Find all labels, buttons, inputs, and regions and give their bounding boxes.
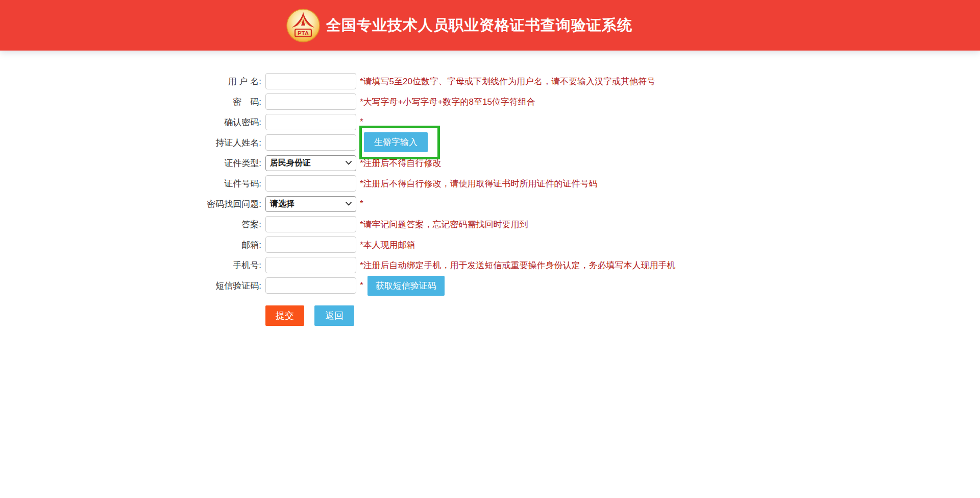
id-type-select[interactable]: 居民身份证 [265,155,356,171]
sms-code-label: 短信验证码: [0,280,261,292]
form-row-email: 邮箱: *本人现用邮箱 [0,234,980,255]
username-hint: *请填写5至20位数字、字母或下划线作为用户名，请不要输入汉字或其他符号 [360,76,655,87]
header-content: PTA 全国专业技术人员职业资格证书查询验证系统 [286,9,632,42]
id-type-label: 证件类型: [0,157,261,169]
get-sms-code-button[interactable]: 获取短信验证码 [368,276,445,296]
back-button[interactable]: 返回 [314,305,354,326]
form-row-password: 密 码: *大写字母+小写字母+数字的8至15位字符组合 [0,91,980,112]
username-label: 用 户 名: [0,76,261,87]
password-hint: *大写字母+小写字母+数字的8至15位字符组合 [360,96,535,108]
form-row-recovery-question: 密码找回问题: 请选择 * [0,194,980,214]
form-row-confirm-password: 确认密码: * [0,112,980,132]
password-label: 密 码: [0,96,261,108]
logo-text: PTA [298,30,309,36]
form-row-username: 用 户 名: *请填写5至20位数字、字母或下划线作为用户名，请不要输入汉字或其… [0,71,980,91]
email-field[interactable] [265,236,356,253]
page-title: 全国专业技术人员职业资格证书查询验证系统 [326,15,632,36]
id-number-input[interactable] [265,175,356,192]
form-row-id-number: 证件号码: *注册后不得自行修改，请使用取得证书时所用证件的证件号码 [0,173,980,194]
recovery-question-label: 密码找回问题: [0,198,261,210]
phone-input[interactable] [265,257,356,273]
pta-logo-icon: PTA [286,9,320,42]
form-row-answer: 答案: *请牢记问题答案，忘记密码需找回时要用到 [0,214,980,234]
id-number-label: 证件号码: [0,178,261,189]
form-row-phone: 手机号: *注册后自动绑定手机，用于发送短信或重要操作身份认定，务必填写本人现用… [0,255,980,275]
sms-code-input[interactable] [265,277,356,294]
app-header: PTA 全国专业技术人员职业资格证书查询验证系统 [0,0,980,51]
rare-character-input-button[interactable]: 生僻字输入 [364,132,428,152]
email-hint: *本人现用邮箱 [360,239,415,251]
holder-name-label: 持证人姓名: [0,137,261,149]
recovery-question-select[interactable]: 请选择 [265,196,356,212]
form-actions: 提交 返回 [265,305,980,326]
holder-name-input[interactable] [265,134,356,151]
username-input[interactable] [265,73,356,89]
id-number-hint: *注册后不得自行修改，请使用取得证书时所用证件的证件号码 [360,178,598,189]
chevron-down-icon [346,161,352,165]
form-row-holder-name: 持证人姓名: 生僻字输入 [0,132,980,153]
submit-button[interactable]: 提交 [265,305,304,326]
phone-hint: *注册后自动绑定手机，用于发送短信或重要操作身份认定，务必填写本人现用手机 [360,259,676,271]
confirm-password-label: 确认密码: [0,116,261,128]
registration-form: 用 户 名: *请填写5至20位数字、字母或下划线作为用户名，请不要输入汉字或其… [0,51,980,326]
password-input[interactable] [265,93,356,110]
answer-input[interactable] [265,216,356,232]
id-type-selected-value: 居民身份证 [270,158,346,169]
answer-hint: *请牢记问题答案，忘记密码需找回时要用到 [360,219,528,230]
email-label: 邮箱: [0,239,261,251]
recovery-question-required-mark: * [360,199,363,209]
form-row-id-type: 证件类型: 居民身份证 *注册后不得自行修改 [0,153,980,173]
recovery-question-selected-value: 请选择 [270,199,346,209]
chevron-down-icon [346,202,352,206]
id-type-hint: *注册后不得自行修改 [360,157,442,169]
annotation-highlight-box: 生僻字输入 [359,126,440,159]
answer-label: 答案: [0,219,261,230]
form-row-sms-code: 短信验证码: * 获取短信验证码 [0,275,980,296]
sms-code-required-mark: * [360,280,363,291]
confirm-password-input[interactable] [265,114,356,130]
phone-label: 手机号: [0,259,261,271]
